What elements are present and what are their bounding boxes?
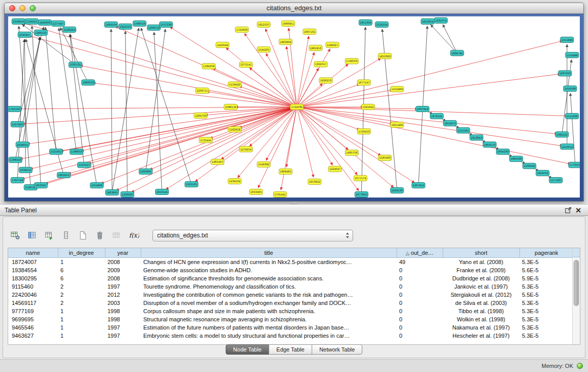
graph-edge[interactable]	[297, 107, 357, 175]
cell-pagerank[interactable]: 5.3E-5	[519, 282, 573, 291]
graph-node[interactable]: 1668794	[450, 50, 464, 56]
cell-in_degree[interactable]: 6	[58, 274, 105, 282]
column-header-pagerank[interactable]: pagerank	[519, 248, 573, 257]
cell-name[interactable]: 9699695	[8, 315, 58, 323]
cell-short[interactable]: Stergiakouli et al. (2012)	[443, 291, 519, 299]
graph-edge[interactable]	[239, 86, 297, 107]
cell-short[interactable]: Wolkin et al. (1998)	[443, 315, 519, 323]
cell-year[interactable]: 2008	[105, 274, 141, 282]
graph-node[interactable]: 1760130	[8, 106, 21, 112]
column-header-year[interactable]: year	[105, 248, 141, 257]
graph-node[interactable]: 1918130	[390, 188, 404, 193]
graph-node[interactable]: 1816304	[421, 18, 434, 24]
graph-node[interactable]: 1722608	[235, 27, 249, 32]
create-column-button[interactable]	[76, 229, 90, 242]
graph-node[interactable]: 1557239	[159, 21, 172, 27]
edit-table-button[interactable]	[42, 229, 56, 242]
tab-network-table[interactable]: Network Table	[312, 344, 363, 355]
graph-node[interactable]: 1186653	[70, 149, 83, 155]
graph-node[interactable]: 1604230	[496, 149, 510, 155]
graph-node[interactable]: 1521952	[50, 149, 63, 155]
graph-node[interactable]: 1961913	[309, 45, 322, 51]
cell-year[interactable]: 1997	[105, 332, 141, 340]
cell-name[interactable]: 18300295	[8, 274, 58, 282]
cell-name[interactable]: 18724007	[8, 257, 58, 266]
graph-node[interactable]: 1598327	[326, 42, 339, 48]
table-vertical-scrollbar[interactable]	[572, 248, 580, 344]
graph-edge[interactable]	[419, 26, 427, 185]
cell-pagerank[interactable]: 5.3E-5	[519, 323, 573, 332]
graph-node[interactable]: 1159422	[228, 82, 242, 87]
cell-pagerank[interactable]: 5.6E-5	[519, 266, 573, 274]
tab-edge-table[interactable]: Edge Table	[269, 344, 312, 355]
close-panel-button[interactable]: ✕	[573, 206, 583, 215]
cell-pagerank[interactable]: 5.3E-5	[519, 257, 573, 266]
cell-title[interactable]: Investigating the contribution of common…	[141, 291, 397, 299]
graph-node[interactable]: 1196418	[9, 157, 22, 163]
graph-node[interactable]: 1797749	[11, 178, 24, 183]
graph-node[interactable]: 1566019	[133, 20, 146, 26]
graph-node[interactable]: 1454169	[563, 86, 577, 92]
graph-node[interactable]: 1677950	[355, 192, 368, 198]
graph-node[interactable]: 1546392	[257, 162, 270, 167]
cell-pagerank[interactable]: 5.9E-5	[519, 274, 573, 282]
cell-out_degree[interactable]: 0	[397, 282, 443, 291]
column-visibility-button[interactable]	[25, 229, 39, 242]
graph-node[interactable]: 1231074	[434, 17, 447, 23]
graph-node[interactable]: 1901815	[57, 172, 71, 178]
graph-node[interactable]: 1507260	[11, 121, 24, 127]
cell-year[interactable]: 2008	[105, 257, 141, 266]
cell-out_degree[interactable]: 0	[397, 315, 443, 323]
graph-node[interactable]: 1515938	[565, 113, 579, 119]
graph-node[interactable]: 1960436	[510, 156, 523, 162]
cell-pagerank[interactable]: 5.3E-5	[519, 307, 573, 315]
column-header-title[interactable]: title	[141, 248, 397, 257]
graph-node[interactable]: 1915469	[390, 122, 404, 127]
graph-edge[interactable]	[297, 107, 333, 165]
graph-node[interactable]: 1724036	[290, 104, 303, 110]
table-settings-button[interactable]	[8, 229, 23, 242]
graph-node[interactable]: 1275141	[239, 62, 253, 68]
table-row[interactable]: 969969511998Structural magnetic resonanc…	[8, 315, 573, 323]
graph-node[interactable]: 1526264	[63, 27, 76, 32]
table-row[interactable]: 2242004622012Investigating the contribut…	[8, 291, 573, 299]
cell-in_degree[interactable]: 2	[58, 291, 105, 299]
graph-node[interactable]: 1035131	[69, 62, 82, 68]
graph-edge[interactable]	[226, 48, 297, 107]
graph-node[interactable]: 1850393	[378, 53, 391, 59]
graph-edge[interactable]	[297, 107, 418, 109]
cell-in_degree[interactable]: 2	[58, 282, 105, 291]
cell-title[interactable]: Estimation of significance thresholds fo…	[141, 274, 397, 282]
cell-out_degree[interactable]: 49	[397, 257, 443, 266]
graph-edge[interactable]	[32, 26, 40, 185]
graph-edge[interactable]	[141, 28, 191, 184]
cell-year[interactable]: 2009	[105, 266, 141, 274]
graph-node[interactable]: 1465447	[211, 159, 224, 165]
table-row[interactable]: 946554611997Estimation of the future num…	[8, 323, 573, 332]
cell-short[interactable]: Franke et al. (2009)	[443, 266, 519, 274]
cell-pagerank[interactable]: 5.3E-5	[519, 315, 573, 323]
table-row[interactable]: 977716911998Corpus callosum shape and si…	[8, 307, 573, 315]
graph-node[interactable]: 1260695	[139, 169, 153, 174]
graph-edge[interactable]	[443, 25, 457, 53]
cell-year[interactable]: 1998	[105, 307, 141, 315]
graph-edge[interactable]	[93, 83, 297, 107]
graph-node[interactable]: 2026605	[16, 142, 29, 147]
graph-node[interactable]: 2056640	[12, 18, 25, 24]
graph-edge[interactable]	[297, 74, 560, 107]
graph-node[interactable]: 1851304	[359, 19, 372, 25]
cell-title[interactable]: Corpus callosum shape and size in male p…	[141, 307, 397, 315]
graph-node[interactable]: 1164041	[25, 18, 38, 24]
cell-in_degree[interactable]: 1	[58, 323, 105, 332]
graph-edge[interactable]	[297, 107, 314, 177]
graph-node[interactable]: 1869465	[279, 169, 292, 174]
graph-node[interactable]: 1162918	[228, 126, 242, 132]
graph-node[interactable]: 1206711	[195, 88, 209, 94]
graph-node[interactable]: 1666951	[281, 20, 295, 26]
graph-node[interactable]: 1150515	[77, 162, 91, 168]
minimize-window-button[interactable]	[19, 5, 26, 11]
graph-edge[interactable]	[297, 107, 415, 183]
graph-edge[interactable]	[297, 84, 360, 107]
cell-year[interactable]: 2003	[105, 299, 141, 307]
graph-node[interactable]: 1321642	[361, 104, 375, 110]
